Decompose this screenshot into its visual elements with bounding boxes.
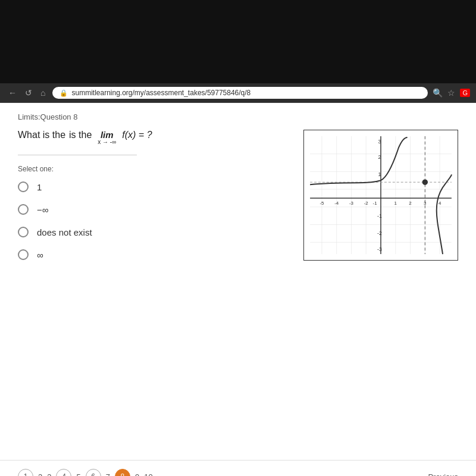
page-7-text[interactable]: 7	[106, 472, 110, 477]
svg-text:1: 1	[378, 171, 381, 177]
option-2-label: −∞	[37, 205, 48, 215]
page-2-text[interactable]: 2	[38, 472, 42, 477]
page-9-text[interactable]: 9	[135, 472, 139, 477]
pagination-bar: 1 2 3 4 5 6 7 8 9 10 Previous	[0, 460, 476, 476]
svg-text:1: 1	[394, 201, 397, 206]
svg-point-35	[422, 180, 427, 184]
top-black-bar	[0, 0, 476, 83]
option-1[interactable]: 1	[18, 181, 292, 192]
search-icon[interactable]: 🔍	[433, 88, 443, 98]
svg-text:-1: -1	[373, 201, 378, 206]
star-icon[interactable]: ☆	[447, 88, 455, 98]
option-2[interactable]: −∞	[18, 204, 292, 215]
radio-option-3[interactable]	[18, 227, 29, 237]
svg-text:2: 2	[409, 201, 411, 206]
back-button[interactable]: ←	[6, 87, 19, 99]
lim-sub: x → -∞	[98, 139, 116, 145]
page-8[interactable]: 8	[115, 469, 130, 476]
svg-text:-4: -4	[334, 201, 339, 206]
select-one-label: Select one:	[18, 165, 292, 173]
math-limit: lim x → -∞	[98, 130, 116, 145]
question-prefix: What is the	[18, 130, 65, 140]
question-func: f(x) = ?	[122, 130, 152, 140]
option-4-label: ∞	[37, 250, 43, 260]
page-numbers: 1 2 3 4 5 6 7 8 9 10	[18, 469, 153, 476]
page-4[interactable]: 4	[56, 469, 71, 476]
svg-text:-5: -5	[320, 201, 324, 206]
option-3-label: does not exist	[37, 227, 92, 237]
browser-nav: ← ↺ ⌂	[6, 87, 48, 99]
option-4[interactable]: ∞	[18, 249, 292, 260]
address-bar[interactable]: 🔒 summitlearning.org/my/assessment_takes…	[52, 87, 428, 99]
svg-text:-1: -1	[377, 213, 382, 219]
svg-text:4: 4	[439, 201, 441, 206]
option-1-label: 1	[37, 182, 42, 192]
lock-icon: 🔒	[60, 89, 68, 97]
graph-svg: 3 2 1 -1 -2 -3 -5 -4 -3 -2 -1 1 2 3 4	[304, 130, 458, 260]
home-button[interactable]: ⌂	[38, 87, 48, 99]
graph-container: 3 2 1 -1 -2 -3 -5 -4 -3 -2 -1 1 2 3 4	[303, 130, 458, 261]
svg-text:-2: -2	[364, 201, 368, 206]
previous-button[interactable]: Previous	[428, 472, 458, 477]
question-left: What is the is the lim x → -∞ f(x) = ? S…	[18, 130, 292, 272]
radio-option-2[interactable]	[18, 204, 29, 215]
svg-text:2: 2	[378, 154, 381, 160]
option-3[interactable]: does not exist	[18, 227, 292, 237]
page-6[interactable]: 6	[86, 469, 101, 476]
page-1[interactable]: 1	[18, 469, 33, 476]
browser-chrome: ← ↺ ⌂ 🔒 summitlearning.org/my/assessment…	[0, 83, 476, 103]
page-3-text[interactable]: 3	[47, 472, 51, 477]
question-text: What is the is the lim x → -∞ f(x) = ?	[18, 130, 292, 145]
svg-text:-3: -3	[349, 201, 354, 206]
extension-icon[interactable]: G	[460, 89, 470, 97]
page-title: Limits:Question 8	[18, 112, 458, 121]
question-is: is the	[69, 130, 92, 140]
page-10-text[interactable]: 10	[144, 472, 152, 477]
page-5-text[interactable]: 5	[76, 472, 80, 477]
svg-text:-3: -3	[377, 246, 382, 252]
browser-actions: 🔍 ☆ G	[433, 88, 470, 98]
refresh-button[interactable]: ↺	[23, 87, 35, 99]
svg-text:3: 3	[378, 139, 381, 145]
radio-option-4[interactable]	[18, 249, 29, 260]
question-area: What is the is the lim x → -∞ f(x) = ? S…	[18, 130, 458, 272]
radio-option-1[interactable]	[18, 181, 29, 192]
url-text: summitlearning.org/my/assessment_takes/5…	[71, 89, 250, 97]
svg-text:-2: -2	[377, 230, 382, 236]
main-content: Limits:Question 8 What is the is the lim…	[0, 103, 476, 460]
divider-line	[18, 155, 137, 155]
